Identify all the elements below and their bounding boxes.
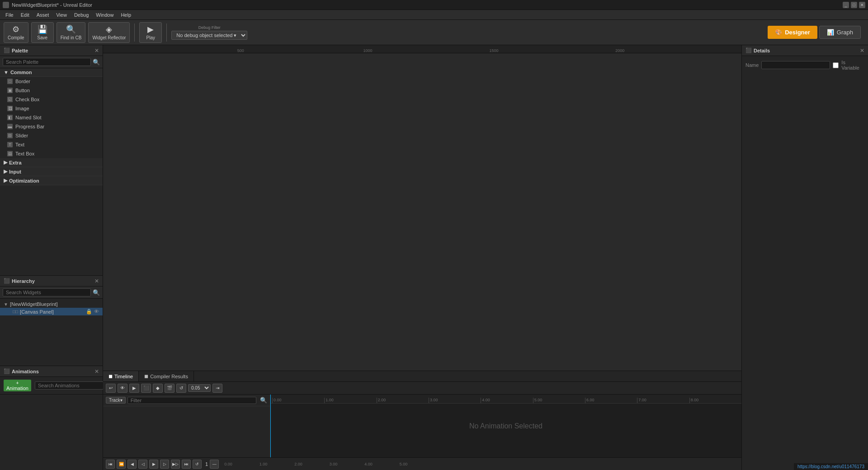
step-back-btn[interactable]: ⏪ bbox=[117, 460, 126, 469]
details-isvariable-checkbox[interactable] bbox=[833, 62, 839, 68]
animations-icon: ⬛ bbox=[4, 368, 10, 374]
graph-button[interactable]: 📊 Graph bbox=[819, 26, 861, 39]
loop-btn[interactable]: ↺ bbox=[176, 384, 186, 393]
track-dropdown-btn[interactable]: Track▾ bbox=[106, 397, 126, 404]
text-icon: T bbox=[7, 142, 13, 147]
animations-close-btn[interactable]: ✕ bbox=[94, 368, 99, 375]
menu-asset[interactable]: Asset bbox=[33, 11, 53, 19]
menu-debug[interactable]: Debug bbox=[71, 11, 92, 19]
undo-btn[interactable]: ↩ bbox=[106, 384, 116, 393]
play-icon: ▶ bbox=[147, 24, 154, 34]
left-panel: ⬛ Palette ✕ 🔍 ▼ Common □ Border bbox=[0, 45, 103, 470]
playback-ruler: 0.00 1.00 2.00 3.00 4.00 5.00 bbox=[224, 462, 407, 466]
details-name-label: Name bbox=[745, 62, 759, 68]
track-header: Track▾ 🔍 bbox=[103, 395, 270, 406]
close-btn[interactable]: ✕ bbox=[859, 2, 865, 8]
add-animation-button[interactable]: + Animation bbox=[4, 380, 31, 391]
menu-help[interactable]: Help bbox=[117, 11, 135, 19]
hierarchy-search-icon[interactable]: 🔍 bbox=[93, 289, 100, 296]
main-content: ⬛ Palette ✕ 🔍 ▼ Common □ Border bbox=[0, 45, 868, 470]
goto-start-btn[interactable]: ⏮ bbox=[106, 460, 115, 469]
debug-filter-select[interactable]: No debug object selected ▾ bbox=[171, 31, 247, 40]
prev-frame-btn[interactable]: ◀ bbox=[127, 460, 137, 469]
rewind-btn[interactable]: ◁ bbox=[138, 460, 147, 469]
details-name-input[interactable] bbox=[761, 61, 830, 69]
reflector-icon: ◈ bbox=[106, 24, 112, 34]
eye-btn[interactable]: 👁 bbox=[118, 384, 127, 393]
tab-timeline[interactable]: ◼ Timeline bbox=[103, 371, 139, 381]
palette-item-checkbox[interactable]: ☑ Check Box bbox=[0, 95, 103, 104]
details-icon: ⬛ bbox=[745, 47, 752, 53]
palette-list: ▼ Common □ Border ▣ Button ☑ Check Box 🖼 bbox=[0, 68, 103, 275]
snap-btn[interactable]: ⇥ bbox=[212, 384, 222, 393]
details-close-btn[interactable]: ✕ bbox=[860, 47, 864, 54]
step-fwd-btn[interactable]: ▶▷ bbox=[171, 460, 180, 469]
palette-item-button[interactable]: ▣ Button bbox=[0, 86, 103, 95]
widget-reflector-button[interactable]: ◈ Widget Reflector bbox=[88, 22, 130, 43]
palette-category-input[interactable]: ▶ Input bbox=[0, 167, 103, 176]
find-in-cb-button[interactable]: 🔍 Find in CB bbox=[57, 22, 86, 43]
palette-search-input[interactable] bbox=[3, 58, 91, 66]
compiler-tab-icon: ◼ bbox=[144, 373, 148, 379]
designer-icon: 🎨 bbox=[775, 29, 782, 36]
palette-category-optimization[interactable]: ▶ Optimization bbox=[0, 176, 103, 185]
hierarchy-title: ⬛ Hierarchy bbox=[4, 278, 35, 284]
menu-window[interactable]: Window bbox=[92, 11, 117, 19]
extend-btn[interactable]: — bbox=[210, 460, 219, 469]
palette-item-text[interactable]: T Text bbox=[0, 140, 103, 149]
right-panel: ⬛ Details ✕ Name Is Variable bbox=[741, 45, 868, 470]
canvas-viewport[interactable]: 500 1000 1500 2000 Zoom -2 ⬤ bbox=[103, 45, 741, 371]
timeline-tab-icon: ◼ bbox=[108, 373, 113, 379]
animations-search-input[interactable] bbox=[35, 381, 104, 390]
tab-compiler-results[interactable]: ◼ Compiler Results bbox=[139, 371, 194, 381]
palette-close-btn[interactable]: ✕ bbox=[94, 47, 99, 54]
app-icon bbox=[3, 2, 9, 8]
canvas-eye-icon[interactable]: 👁 bbox=[94, 309, 99, 315]
border-icon: □ bbox=[7, 79, 13, 84]
record-btn[interactable]: ⬛ bbox=[141, 384, 151, 393]
goto-end-btn[interactable]: ⏭ bbox=[182, 460, 191, 469]
canvas-lock-icon[interactable]: 🔒 bbox=[86, 309, 92, 315]
save-button[interactable]: 💾 Save bbox=[31, 22, 54, 43]
hierarchy-item-blueprint[interactable]: ▼ [NewWidgetBlueprint] bbox=[0, 301, 103, 308]
timeline-scrubber[interactable] bbox=[270, 395, 271, 457]
palette-item-slider[interactable]: ⊟ Slider bbox=[0, 131, 103, 140]
play-anim-btn[interactable]: ▶ bbox=[129, 384, 139, 393]
ruler-marks: 0.00 1.00 2.00 3.00 4.00 5.00 6.00 7.00 … bbox=[272, 398, 741, 403]
hierarchy-search-input[interactable] bbox=[3, 288, 91, 296]
palette-item-progress-bar[interactable]: ▬ Progress Bar bbox=[0, 122, 103, 131]
minimize-btn[interactable]: _ bbox=[843, 2, 849, 8]
play-btn[interactable]: ▶ bbox=[149, 460, 158, 469]
palette-item-named-slot[interactable]: ◧ Named Slot bbox=[0, 113, 103, 122]
next-frame-btn[interactable]: ▷ bbox=[160, 460, 169, 469]
palette-item-border[interactable]: □ Border bbox=[0, 77, 103, 86]
timeline-area: ◼ Timeline ◼ Compiler Results ↩ 👁 ▶ ⬛ ◆ … bbox=[103, 371, 741, 470]
palette-search-icon[interactable]: 🔍 bbox=[93, 59, 100, 66]
play-button[interactable]: ▶ Play bbox=[139, 22, 162, 43]
designer-graph-tabs: 🎨 Designer 📊 Graph bbox=[768, 26, 861, 39]
film-btn[interactable]: 🎬 bbox=[165, 384, 175, 393]
menu-edit[interactable]: Edit bbox=[17, 11, 33, 19]
compile-button[interactable]: ⚙ Compile bbox=[4, 22, 28, 43]
track-search-icon[interactable]: 🔍 bbox=[260, 397, 267, 404]
menu-bar: File Edit Asset View Debug Window Help bbox=[0, 10, 868, 20]
keyframe-area: 0.00 1.00 2.00 3.00 4.00 5.00 6.00 7.00 … bbox=[270, 395, 741, 457]
designer-button[interactable]: 🎨 Designer bbox=[768, 26, 817, 39]
menu-file[interactable]: File bbox=[2, 11, 17, 19]
loop-playback-btn[interactable]: ↺ bbox=[193, 460, 202, 469]
debug-filter-area: Debug Filter No debug object selected ▾ bbox=[171, 25, 247, 40]
step-select[interactable]: 0.05 bbox=[188, 384, 211, 392]
hierarchy-close-btn[interactable]: ✕ bbox=[94, 278, 99, 284]
palette-category-extra[interactable]: ▶ Extra bbox=[0, 158, 103, 167]
animations-header: ⬛ Animations ✕ bbox=[0, 366, 103, 377]
palette-category-common[interactable]: ▼ Common bbox=[0, 68, 103, 77]
menu-view[interactable]: View bbox=[52, 11, 71, 19]
maximize-btn[interactable]: □ bbox=[851, 2, 857, 8]
palette-item-image[interactable]: 🖼 Image bbox=[0, 104, 103, 113]
key-btn[interactable]: ◆ bbox=[153, 384, 163, 393]
palette-item-textbox[interactable]: ▤ Text Box bbox=[0, 149, 103, 158]
hierarchy-panel: ⬛ Hierarchy ✕ 🔍 ▼ [NewWidgetBlueprint] □… bbox=[0, 276, 103, 366]
track-filter-input[interactable] bbox=[127, 397, 256, 404]
animations-panel: ⬛ Animations ✕ + Animation 🔍 bbox=[0, 366, 103, 470]
hierarchy-item-canvas[interactable]: □□ [Canvas Panel] 🔒 👁 bbox=[0, 308, 103, 315]
